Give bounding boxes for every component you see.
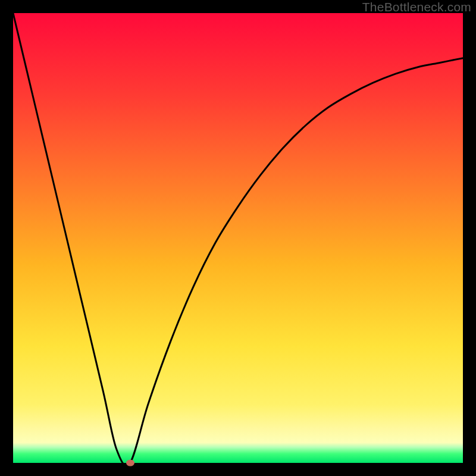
minimum-marker: [126, 460, 134, 466]
chart-area: [13, 13, 463, 463]
watermark-text: TheBottleneck.com: [362, 0, 471, 14]
curve-svg: [13, 13, 463, 463]
bottleneck-curve: [13, 13, 463, 463]
